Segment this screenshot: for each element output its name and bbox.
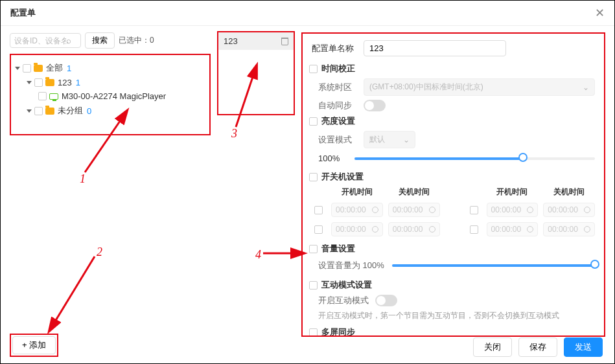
tree-label: 未分组 [58, 105, 83, 117]
selected-config-item[interactable]: 123 [218, 32, 294, 50]
caret-down-icon[interactable] [15, 67, 20, 70]
time-input[interactable]: 00:00:00 [543, 222, 595, 236]
add-button[interactable]: + 添加 [12, 336, 56, 354]
clock-icon [527, 226, 533, 233]
checkbox[interactable] [309, 65, 318, 73]
time-input[interactable]: 00:00:00 [388, 222, 440, 236]
tree-group-ungrouped[interactable]: 未分组 0 [15, 103, 205, 119]
selected-config-list: 123 [217, 31, 295, 115]
volume-section-head: 音量设置 [309, 243, 595, 255]
clock-icon [584, 226, 590, 233]
config-item-label: 123 [224, 36, 238, 46]
annotation-1: 1 [80, 172, 86, 186]
time-input[interactable]: 00:00:00 [487, 203, 539, 217]
volume-label: 设置音量为 100% [318, 260, 384, 271]
folder-icon [45, 108, 54, 115]
checkbox[interactable] [470, 225, 478, 234]
tree-group-123[interactable]: 123 1 [15, 76, 205, 89]
interact-section-head: 互动模式设置 [309, 279, 595, 291]
time-input[interactable]: 00:00:00 [487, 222, 539, 236]
tz-label: 系统时区 [318, 82, 364, 93]
tree-label: M30-00-A2274 MagicPlayer [62, 91, 166, 101]
checkbox[interactable] [38, 92, 47, 100]
clock-icon [372, 207, 378, 213]
caret-down-icon[interactable] [27, 81, 32, 84]
tree-device[interactable]: M30-00-A2274 MagicPlayer [15, 89, 205, 103]
save-button[interactable]: 保存 [518, 337, 557, 357]
tree-count: 0 [87, 106, 91, 116]
close-icon[interactable]: ✕ [595, 6, 605, 20]
on-time-head-2: 开机时间 [487, 187, 539, 198]
checkbox[interactable] [309, 117, 318, 126]
on-time-head: 开机时间 [331, 187, 383, 198]
checkbox[interactable] [309, 328, 318, 337]
interact-toggle[interactable] [375, 295, 397, 306]
config-name-input[interactable] [364, 40, 506, 56]
left-panel: ⌕ 搜索 已选中：0 全部 1 123 1 M [10, 32, 211, 337]
interact-toggle-label: 开启互动模式 [318, 295, 369, 306]
clock-icon [527, 207, 533, 213]
brightness-section-head: 亮度设置 [309, 115, 595, 127]
folder-icon [45, 79, 54, 86]
search-icon[interactable]: ⌕ [66, 36, 71, 45]
selected-count-label: 已选中：0 [119, 35, 154, 46]
config-name-label: 配置单名称 [312, 43, 364, 54]
tree-label: 123 [58, 78, 72, 87]
chevron-down-icon: ⌄ [403, 135, 410, 144]
auto-sync-label: 自动同步 [318, 100, 364, 111]
tree-count: 1 [76, 78, 80, 87]
time-input[interactable]: 00:00:00 [331, 222, 383, 236]
checkbox[interactable] [314, 225, 323, 234]
checkbox[interactable] [314, 206, 323, 214]
power-section-head: 开关机设置 [309, 171, 595, 183]
checkbox[interactable] [23, 64, 31, 73]
tree-count: 1 [67, 63, 71, 73]
annotation-3: 3 [231, 127, 237, 141]
clock-icon [429, 207, 435, 213]
time-input[interactable]: 00:00:00 [388, 203, 440, 217]
brightness-slider[interactable] [354, 157, 595, 160]
brightness-value: 100% [318, 154, 347, 163]
checkbox[interactable] [34, 78, 43, 87]
add-button-highlight: + 添加 [10, 334, 58, 357]
device-tree: 全部 1 123 1 M30-00-A2274 MagicPlayer 未分组 [10, 54, 211, 135]
time-section-head: 时间校正 [309, 63, 595, 74]
clock-icon [429, 226, 435, 233]
chevron-down-icon: ⌄ [583, 83, 589, 92]
auto-sync-toggle[interactable] [364, 100, 386, 111]
tree-label: 全部 [46, 62, 63, 74]
clock-icon [584, 207, 590, 213]
device-search-input[interactable] [14, 36, 66, 45]
clock-icon [372, 226, 378, 233]
time-input[interactable]: 00:00:00 [543, 203, 595, 217]
checkbox[interactable] [470, 206, 478, 214]
tz-select[interactable]: (GMT+08:00)中国标准时间(北京)⌄ [364, 78, 595, 96]
dialog-title: 配置单 [10, 7, 36, 19]
caret-down-icon[interactable] [27, 109, 32, 113]
mode-label: 设置模式 [318, 134, 364, 146]
trash-icon[interactable] [281, 38, 288, 45]
mode-select[interactable]: 默认⌄ [364, 131, 415, 148]
folder-icon [34, 65, 43, 72]
time-input[interactable]: 00:00:00 [331, 203, 383, 217]
checkbox[interactable] [309, 281, 318, 290]
volume-slider[interactable] [392, 264, 595, 267]
checkbox[interactable] [34, 107, 43, 115]
device-search-input-wrap: ⌕ [10, 33, 81, 48]
annotation-2: 2 [97, 245, 102, 259]
send-button[interactable]: 发送 [564, 337, 603, 357]
config-form: 配置单名称 时间校正 系统时区 (GMT+08:00)中国标准时间(北京)⌄ 自… [301, 32, 605, 337]
off-time-head-2: 关机时间 [543, 187, 595, 198]
annotation-4: 4 [255, 248, 261, 262]
tree-root[interactable]: 全部 1 [15, 60, 205, 76]
checkbox[interactable] [309, 245, 318, 253]
multi-section-head: 多屏同步 [309, 326, 595, 337]
off-time-head: 关机时间 [388, 187, 440, 198]
checkbox[interactable] [309, 173, 318, 181]
close-button[interactable]: 关闭 [473, 337, 512, 357]
interact-hint: 开启互动模式时，第一个节目需为互动节目，否则不会切换到互动模式 [318, 310, 595, 321]
monitor-icon [49, 93, 58, 100]
search-button[interactable]: 搜索 [85, 32, 115, 49]
